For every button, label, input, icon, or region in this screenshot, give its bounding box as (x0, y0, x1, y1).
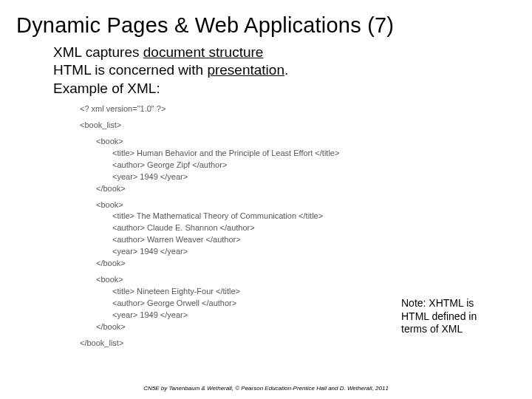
body-line-1: XML captures document structure (53, 44, 532, 61)
code-line: <author> George Zipf </author> (80, 160, 532, 171)
code-line: <author> Claude E. Shannon </author> (80, 222, 532, 234)
note-xhtml: Note: XHTML is HTML defined in terms of … (401, 297, 501, 336)
code-line: <? xml version="1.0" ?> (80, 103, 532, 115)
code-line: </book> (80, 258, 532, 270)
body-line-1b: document structure (143, 44, 264, 60)
code-line: <title> The Mathematical Theory of Commu… (80, 211, 532, 222)
body-line-2c: . (284, 62, 288, 78)
code-line: <book> (80, 136, 532, 148)
slide: Dynamic Pages & Web Applications (7) XML… (0, 0, 532, 399)
code-line: <title> Human Behavior and the Principle… (80, 148, 532, 160)
slide-footer: CN5E by Tanenbaum & Wetherall, © Pearson… (0, 385, 532, 392)
slide-title: Dynamic Pages & Web Applications (7) (0, 0, 532, 42)
code-line: <author> Warren Weaver </author> (80, 234, 532, 246)
code-line: <title> Nineteen Eighty-Four </title> (80, 286, 532, 298)
code-line: <year> 1949 </year> (80, 171, 532, 183)
body-line-2a: HTML is concerned with (53, 62, 207, 78)
body-line-3: Example of XML: (53, 80, 532, 98)
code-line: </book> (80, 183, 532, 195)
body-line-2b: presentation (207, 62, 284, 78)
code-line: <book_list> (80, 120, 532, 132)
body-line-2: HTML is concerned with presentation. (53, 61, 532, 79)
code-line: <book> (80, 274, 532, 286)
body-line-1a: XML captures (53, 44, 143, 60)
code-line: </book_list> (80, 338, 532, 349)
code-line: <book> (80, 200, 532, 211)
code-line: <year> 1949 </year> (80, 246, 532, 258)
